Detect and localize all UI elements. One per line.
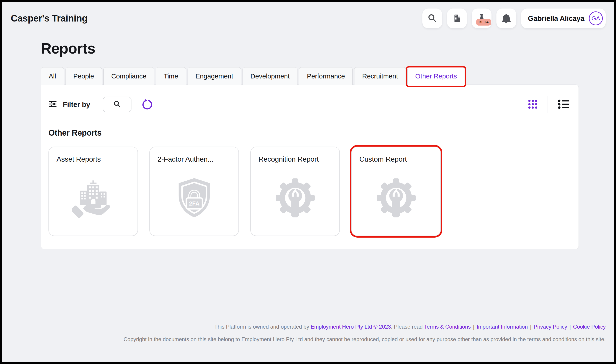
reports-panel: Filter by (41, 84, 579, 249)
notifications-bell-icon (501, 13, 512, 24)
tab-performance[interactable]: Performance (299, 67, 353, 85)
grid-view-icon (528, 99, 538, 110)
tab-compliance[interactable]: Compliance (103, 67, 154, 85)
gear-wrench-icon (375, 177, 417, 220)
main-content: Reports All People Compliance Time Engag… (41, 40, 579, 249)
tab-other-reports[interactable]: Other Reports (407, 67, 465, 85)
footer-cookie-link[interactable]: Cookie Policy (573, 324, 606, 330)
tab-bar: All People Compliance Time Engagement De… (41, 67, 579, 85)
refresh-icon (142, 99, 153, 110)
footer: This Platform is owned and operated by E… (124, 324, 606, 342)
footer-company-link[interactable]: Employment Hero Pty Ltd © 2023 (311, 324, 391, 330)
card-2-factor-authentication[interactable]: 2-Factor Authen... 2FA (149, 147, 239, 236)
footer-line1: This Platform is owned and operated by E… (124, 324, 606, 330)
tab-engagement[interactable]: Engagement (187, 67, 241, 85)
footer-separator: | (569, 324, 571, 330)
filter-sliders-icon (48, 100, 57, 109)
card-title: Recognition Report (258, 155, 332, 163)
user-name: Gabriella Alicaya (528, 14, 584, 23)
footer-important-info-link[interactable]: Important Information (477, 324, 528, 330)
notifications-button[interactable] (496, 9, 516, 28)
beta-badge: BETA (476, 19, 491, 26)
footer-separator: | (473, 324, 474, 330)
tab-recruitment[interactable]: Recruitment (354, 67, 406, 85)
page-title: Reports (41, 40, 579, 57)
user-menu[interactable]: Gabriella Alicaya GA (521, 9, 606, 28)
footer-separator: | (530, 324, 531, 330)
avatar: GA (589, 12, 603, 25)
labs-button[interactable]: BETA (472, 9, 492, 28)
card-custom-report[interactable]: Custom Report (351, 147, 441, 236)
shield-2fa-icon: 2FA (175, 177, 213, 220)
company-buildings-icon (452, 13, 462, 24)
tab-development[interactable]: Development (242, 67, 297, 85)
search-icon (427, 13, 437, 24)
tab-time[interactable]: Time (156, 67, 186, 85)
shield-2fa-label: 2FA (189, 200, 200, 207)
report-cards: Asset Reports (48, 147, 570, 236)
card-title: Custom Report (359, 155, 433, 163)
top-bar: Casper's Training (2, 2, 614, 28)
filter-toolbar: Filter by (48, 96, 570, 113)
card-recognition-report[interactable]: Recognition Report (250, 147, 340, 236)
card-asset-reports[interactable]: Asset Reports (48, 147, 138, 236)
footer-prefix: This Platform is owned and operated by (214, 324, 311, 330)
app-title: Casper's Training (11, 13, 87, 24)
company-switcher-button[interactable] (447, 9, 467, 28)
tab-people[interactable]: People (66, 67, 102, 85)
view-toggle-divider (548, 96, 548, 113)
section-title: Other Reports (48, 128, 570, 138)
card-title: 2-Factor Authen... (158, 155, 231, 163)
tab-other-reports-label: Other Reports (415, 72, 457, 80)
footer-line2: Copyright in the documents on this site … (124, 336, 606, 342)
top-actions: BETA Gabriella Alicaya GA (422, 9, 606, 28)
list-view-button[interactable] (558, 99, 570, 110)
reset-filters-button[interactable] (142, 99, 153, 110)
search-button[interactable] (422, 9, 442, 28)
footer-privacy-link[interactable]: Privacy Policy (534, 324, 567, 330)
list-view-icon (558, 99, 570, 110)
gear-wrench-icon (274, 177, 316, 220)
search-icon-small (113, 100, 121, 109)
card-title: Asset Reports (56, 155, 130, 163)
tab-all[interactable]: All (41, 67, 64, 85)
report-search-input[interactable] (103, 97, 132, 112)
grid-view-button[interactable] (528, 99, 538, 110)
footer-terms-link[interactable]: Terms & Conditions (424, 324, 471, 330)
filter-by-label: Filter by (63, 100, 90, 109)
view-toggle-group (528, 96, 570, 113)
buildings-in-hand-icon (72, 177, 115, 220)
app-window: Casper's Training (0, 0, 616, 364)
footer-mid: . Please read (391, 324, 424, 330)
